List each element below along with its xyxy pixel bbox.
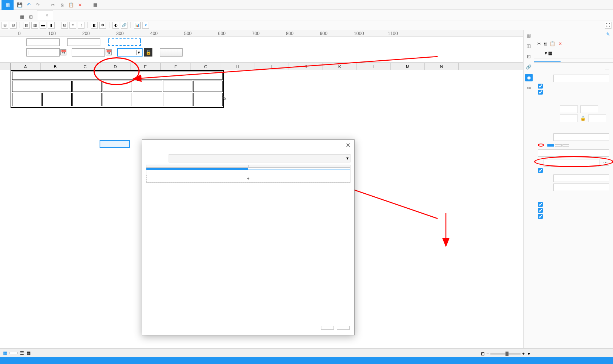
cell-target <box>193 93 223 106</box>
sheet-menu-icon[interactable]: ☰ <box>20 350 24 356</box>
col-actual <box>146 165 249 167</box>
link-icon[interactable]: 🔗 <box>121 22 128 29</box>
file-tab[interactable]: × <box>37 10 53 20</box>
cell-icon[interactable]: ▦ <box>525 32 533 39</box>
type-setting-select[interactable]: ▾ <box>169 154 350 162</box>
valtype-string[interactable] <box>547 144 554 147</box>
component-tree[interactable]: ▾ ▦ <box>534 48 613 58</box>
valtype-field[interactable] <box>555 144 562 147</box>
dict-row-daily[interactable] <box>146 168 350 170</box>
val-input[interactable] <box>538 149 609 157</box>
expand-icon[interactable]: ⛶ <box>605 22 611 29</box>
allow-custom-checkbox[interactable] <box>538 214 609 219</box>
undo-icon[interactable]: ↶ <box>26 2 32 8</box>
paste-icon-2[interactable]: 📋 <box>550 41 555 46</box>
props-tabs <box>534 58 613 63</box>
freeze-icon[interactable]: ❄ <box>99 22 106 29</box>
label-start-time[interactable] <box>26 38 60 46</box>
pos-y-input[interactable] <box>580 106 598 113</box>
combo-dimension[interactable]: ▾ <box>117 48 143 57</box>
enable-checkbox[interactable] <box>538 84 609 89</box>
layout-icon[interactable]: ⊞ <box>28 14 34 20</box>
cond-attr-icon[interactable]: ⊡ <box>525 53 533 60</box>
chain-icon[interactable]: ⚯ <box>525 84 533 92</box>
allow-edit-checkbox[interactable] <box>538 208 609 213</box>
valign-icon[interactable]: ⫶ <box>78 22 84 29</box>
calendar-icon[interactable]: 📅 <box>60 49 66 55</box>
dict-add-row[interactable]: + <box>146 175 350 182</box>
table-icon[interactable]: ▦ <box>92 2 98 8</box>
dict-row-yearly[interactable] <box>146 172 350 174</box>
zoom-in-icon[interactable]: + <box>522 351 525 356</box>
save-icon[interactable]: 💾 <box>17 2 23 8</box>
split-icon[interactable]: ⊟ <box>10 22 17 29</box>
cell-qty <box>42 93 72 106</box>
dialog-close-icon[interactable]: ✕ <box>346 142 350 149</box>
sheet-tab[interactable] <box>9 352 18 354</box>
redo-icon[interactable]: ↷ <box>35 2 41 8</box>
cancel-button[interactable] <box>337 326 350 330</box>
name-input[interactable] <box>553 75 609 82</box>
insert-row-icon[interactable]: ▤ <box>23 22 30 29</box>
del-row-icon[interactable]: ▬ <box>40 22 46 29</box>
panel-edit-icon[interactable]: ✎ <box>606 32 610 37</box>
ok-button[interactable] <box>321 326 334 330</box>
selected-cell[interactable] <box>100 140 130 148</box>
fit-icon[interactable]: ⊡ <box>481 351 485 356</box>
del-col-icon[interactable]: ▮ <box>48 22 55 29</box>
cond-icon[interactable]: ◐ <box>112 22 119 29</box>
form-design-area[interactable]: | 📅 📅 ▾ 🔓 <box>0 37 523 63</box>
lock-icon[interactable]: 🔓 <box>144 48 152 57</box>
size-w-input[interactable] <box>560 115 578 122</box>
size-h-input[interactable] <box>588 115 606 122</box>
tab-event[interactable] <box>561 58 587 62</box>
copy-icon-2[interactable]: ⎘ <box>544 41 547 46</box>
label-end-time[interactable] <box>67 38 100 46</box>
canvas-area: 0100200 300400500 600700800 90010001100 … <box>0 30 523 353</box>
datein-input[interactable]: | <box>26 48 60 57</box>
tab-attr[interactable] <box>534 58 561 62</box>
watermark-input[interactable] <box>553 174 609 182</box>
edit-icon[interactable]: ✎ <box>222 95 227 102</box>
valtype-formula[interactable] <box>562 144 569 147</box>
cut-icon[interactable]: ✂ <box>50 2 56 8</box>
align-icon[interactable]: ≡ <box>69 22 76 29</box>
fontsize-input[interactable] <box>553 184 609 191</box>
delete-icon[interactable]: ✕ <box>77 2 83 8</box>
date-end-input[interactable] <box>72 48 105 57</box>
sheet-list-icon[interactable]: ▦ <box>26 350 31 356</box>
label-dimension[interactable] <box>108 38 141 46</box>
grid-icon[interactable]: ▦ <box>19 14 25 20</box>
delete-icon-2[interactable]: ✕ <box>558 41 562 46</box>
component-icon[interactable]: ◉ <box>525 74 533 81</box>
border-icon[interactable]: ⊡ <box>61 22 68 29</box>
dict-input[interactable] <box>544 159 599 167</box>
float-icon[interactable]: ◧ <box>91 22 98 29</box>
merge-icon[interactable]: ⊞ <box>2 22 8 29</box>
zoom-out-icon[interactable]: − <box>486 351 489 356</box>
copy-icon[interactable]: ⎘ <box>59 2 65 8</box>
tab-mobile[interactable] <box>587 58 613 62</box>
header-time <box>72 81 102 92</box>
calendar-icon-2[interactable]: 📅 <box>106 49 112 55</box>
paste-icon[interactable]: 📋 <box>68 2 74 8</box>
tag-input[interactable] <box>553 133 609 141</box>
zoom-slider[interactable] <box>490 353 521 355</box>
chart-icon[interactable]: 📊 <box>134 22 141 29</box>
ruler-horizontal: 0100200 300400500 600700800 90010001100 <box>0 30 523 37</box>
pos-x-input[interactable] <box>560 106 578 113</box>
add-sheet-icon[interactable]: ▦ <box>3 350 7 356</box>
query-button[interactable] <box>160 48 183 57</box>
widget-icon[interactable]: ◫ <box>525 42 533 50</box>
link-side-icon[interactable]: 🔗 <box>525 63 533 71</box>
dict-more-icon[interactable]: ⋯ <box>602 160 609 166</box>
allow-empty-checkbox[interactable] <box>538 202 609 207</box>
dropdown-icon[interactable]: ▾ <box>142 22 149 29</box>
tab-close-icon[interactable]: × <box>46 13 48 18</box>
data-dictionary-dialog: ✕ ▾ <box>142 139 355 335</box>
zoom-dropdown-icon[interactable]: ▾ <box>528 351 530 356</box>
cut-icon-2[interactable]: ✂ <box>537 41 541 46</box>
visible-checkbox[interactable] <box>538 90 609 95</box>
dedup-checkbox[interactable] <box>538 168 609 173</box>
insert-col-icon[interactable]: ▥ <box>31 22 38 29</box>
